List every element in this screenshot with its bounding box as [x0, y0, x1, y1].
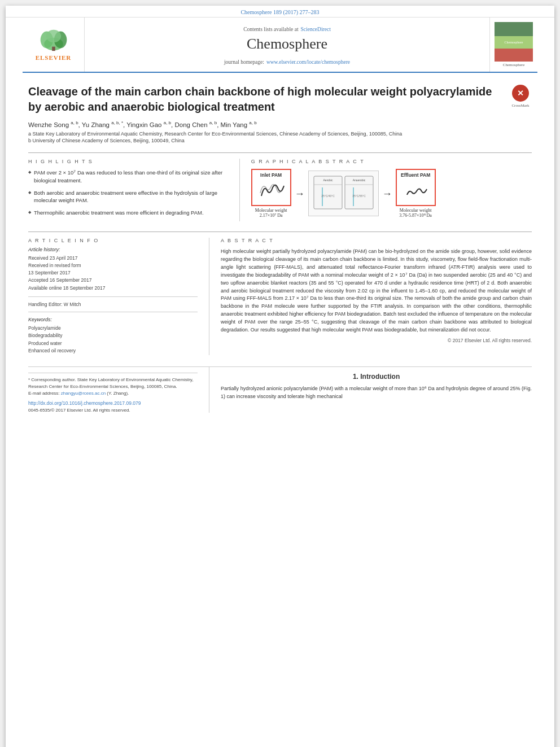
elsevier-wordmark: ELSEVIER: [36, 54, 72, 61]
elsevier-logo-section: ELSEVIER: [23, 18, 85, 72]
article-title-section: Cleavage of the main carbon chain backbo…: [28, 84, 532, 115]
reactor-box: Aerobic Anaerobic 25°C/40°C 35°C/55°C: [308, 171, 379, 216]
inlet-mw-label: Molecular weight 2.17×10⁷ Da: [251, 208, 291, 218]
svg-text:35°C/55°C: 35°C/55°C: [352, 194, 366, 198]
highlights-column: H I G H L I G H T S PAM over 2 × 10⁷ Da …: [28, 159, 240, 221]
highlights-header: H I G H L I G H T S: [28, 159, 228, 164]
rights-line: 0045-6535/© 2017 Elsevier Ltd. All right…: [28, 408, 198, 413]
article-title: Cleavage of the main carbon chain backbo…: [28, 84, 504, 115]
keyword-produced-water: Produced water: [28, 340, 198, 348]
intro-title: 1. Introduction: [221, 373, 532, 381]
arrow-right-2: →: [382, 189, 392, 199]
svg-rect-8: [495, 49, 533, 62]
bottom-section: * Corresponding author. State Key Labora…: [28, 366, 532, 413]
effluent-pam-container: Effluent PAM: [396, 169, 436, 206]
affiliation-b: b University of Chinese Academy of Scien…: [28, 137, 532, 145]
article-info-header: A R T I C L E I N F O: [28, 238, 198, 243]
keyword-biodegradability: Biodegradability: [28, 332, 198, 340]
inlet-pam-box: Inlet PAM Molecular weight 2.17×10⁷ Da: [251, 169, 291, 218]
crossmark-icon: ✕: [511, 84, 530, 102]
article-content: Cleavage of the main carbon chain backbo…: [6, 73, 554, 424]
svg-text:✕: ✕: [517, 89, 524, 98]
footnote-column: * Corresponding author. State Key Labora…: [28, 367, 209, 413]
keywords-label: Keywords:: [28, 317, 198, 322]
svg-text:25°C/40°C: 25°C/40°C: [321, 194, 335, 198]
svg-rect-6: [495, 22, 533, 36]
page: Chemosphere 189 (2017) 277–283 ELSEVIER …: [6, 6, 554, 747]
authors-line: Wenzhe Song a, b, Yu Zhang a, b, *, Ying…: [28, 120, 532, 128]
crossmark-label: CrossMark: [511, 103, 529, 108]
graphical-abstract-column: G R A P H I C A L A B S T R A C T Inlet …: [240, 159, 532, 221]
highlights-list: PAM over 2 × 10⁷ Da was reduced to less …: [28, 169, 228, 217]
article-info-abstract-section: A R T I C L E I N F O Article history: R…: [28, 231, 532, 355]
history-title: Article history:: [28, 247, 198, 252]
graphical-abstract-header: G R A P H I C A L A B S T R A C T: [251, 159, 532, 164]
inlet-pam-squiggle: [256, 179, 287, 202]
svg-point-3: [46, 30, 60, 42]
reactor-diagram-svg: Aerobic Anaerobic 25°C/40°C 35°C/55°C: [311, 173, 376, 213]
homepage-url[interactable]: www.elsevier.com/locate/chemosphere: [266, 59, 350, 65]
corresponding-author-note: * Corresponding author. State Key Labora…: [28, 373, 198, 397]
inlet-pam-container: Inlet PAM: [251, 169, 291, 206]
journal-citation: Chemosphere 189 (2017) 277–283: [240, 9, 319, 15]
email-link[interactable]: zhangyu@rcees.ac.cn: [61, 391, 106, 396]
graphical-diagram: Inlet PAM Molecular weight 2.17×10⁷ Da: [251, 169, 532, 218]
abstract-column: A B S T R A C T High molecular weight pa…: [209, 238, 532, 355]
received-date: Received 23 April 2017: [28, 255, 198, 262]
cover-label: Chemosphere: [503, 63, 525, 67]
journal-cover-image: Chemosphere Chemosphere: [489, 18, 537, 72]
effluent-pam-box: Effluent PAM Molecular weight 3.76-5.87×…: [396, 169, 436, 218]
journal-citation-bar: Chemosphere 189 (2017) 277–283: [6, 6, 554, 18]
effluent-mw-label: Molecular weight 3.76-5.87×10⁶ Da: [396, 208, 436, 218]
keyword-enhanced-oil-recovery: Enhanced oil recovery: [28, 347, 198, 355]
svg-text:Chemosphere: Chemosphere: [505, 41, 523, 44]
keywords-section: Keywords: Polyacrylamide Biodegradabilit…: [28, 317, 198, 355]
cover-thumbnail: Chemosphere: [495, 22, 533, 62]
arrow-right-1: →: [295, 189, 305, 199]
journal-header: ELSEVIER Contents lists available at Sci…: [23, 18, 537, 73]
svg-text:Anaerobic: Anaerobic: [352, 178, 365, 182]
article-info-column: A R T I C L E I N F O Article history: R…: [28, 238, 209, 355]
copyright-line: © 2017 Elsevier Ltd. All rights reserved…: [221, 338, 532, 343]
available-date: Available online 18 September 2017: [28, 285, 198, 292]
contents-line: Contents lists available at ScienceDirec…: [96, 23, 478, 33]
sciencedirect-link[interactable]: ScienceDirect: [301, 27, 331, 32]
highlight-item-2: Both aerobic and anaerobic treatment wer…: [28, 189, 228, 205]
introduction-column: 1. Introduction Partially hydrolyzed ani…: [209, 367, 532, 413]
handling-editor: Handling Editor: W Mitch: [28, 302, 198, 312]
abstract-header: A B S T R A C T: [221, 238, 532, 243]
elsevier-tree-icon: [34, 28, 73, 52]
doi-line[interactable]: http://dx.doi.org/10.1016/j.chemosphere.…: [28, 400, 198, 406]
crossmark-section: ✕ CrossMark: [509, 84, 532, 108]
journal-title: Chemosphere: [96, 36, 478, 53]
keyword-polyacrylamide: Polyacrylamide: [28, 325, 198, 333]
svg-rect-4: [52, 47, 55, 51]
intro-text: Partially hydrolyzed anionic polyacrylam…: [221, 385, 532, 401]
inlet-label: Inlet PAM: [256, 172, 287, 178]
highlights-graphical-section: H I G H L I G H T S PAM over 2 × 10⁷ Da …: [28, 152, 532, 221]
abstract-text: High molecular weight partially hydrolyz…: [221, 248, 532, 334]
homepage-line: journal homepage: www.elsevier.com/locat…: [96, 56, 478, 66]
article-history-section: Article history: Received 23 April 2017 …: [28, 247, 198, 297]
effluent-label: Effluent PAM: [400, 172, 431, 178]
cover-thumbnail-svg: Chemosphere: [495, 22, 533, 62]
accepted-date: Accepted 16 September 2017: [28, 277, 198, 284]
svg-text:Aerobic: Aerobic: [323, 178, 333, 182]
journal-info-center: Contents lists available at ScienceDirec…: [85, 18, 489, 72]
affiliations: a State Key Laboratory of Environmental …: [28, 130, 532, 145]
received-revised: Received in revised form13 September 201…: [28, 262, 198, 277]
effluent-pam-squiggle: [400, 179, 431, 202]
affiliation-a: a State Key Laboratory of Environmental …: [28, 130, 532, 138]
highlight-item-3: Thermophilic anaerobic treatment was mor…: [28, 209, 228, 217]
highlight-item-1: PAM over 2 × 10⁷ Da was reduced to less …: [28, 169, 228, 185]
